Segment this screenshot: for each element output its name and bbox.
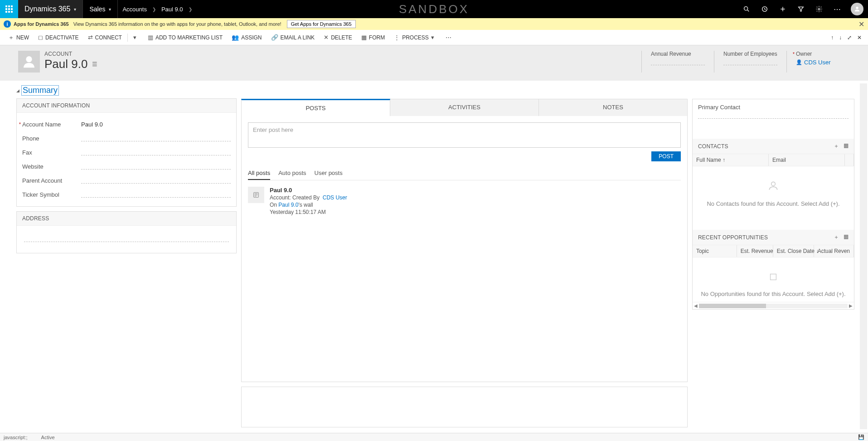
field-parent-account[interactable]: Parent Account xyxy=(22,174,231,188)
record-menu-icon[interactable]: ☰ xyxy=(92,61,97,68)
breadcrumb-record[interactable]: Paul 9.0 xyxy=(157,6,188,13)
recent-icon[interactable] xyxy=(756,0,774,18)
chevron-down-icon: ▾ xyxy=(431,34,434,41)
svg-point-7 xyxy=(856,7,858,9)
post-type-icon xyxy=(248,187,264,203)
empty-card xyxy=(241,387,688,427)
grid-view-button[interactable]: ▦ xyxy=(844,233,849,241)
assign-button[interactable]: 👥ASSIGN xyxy=(227,30,266,45)
settings-icon[interactable] xyxy=(810,0,828,18)
scroll-right-icon[interactable]: ▶ xyxy=(848,303,854,308)
header-field-owner[interactable]: *Owner 👤CDS User xyxy=(786,51,859,73)
filter-user-posts[interactable]: User posts xyxy=(315,168,343,180)
close-record-button[interactable]: ✕ xyxy=(854,34,864,41)
nav-up-button[interactable]: ↑ xyxy=(828,34,836,41)
form-button[interactable]: ▦FORM xyxy=(357,30,389,45)
more-icon[interactable]: ⋯ xyxy=(828,0,846,18)
activity-tabs: POSTS ACTIVITIES NOTES xyxy=(241,99,688,116)
get-apps-button[interactable]: Get Apps for Dynamics 365 xyxy=(287,20,356,28)
arrow-up-icon: ↑ xyxy=(831,34,834,41)
empty-value[interactable] xyxy=(24,237,229,242)
owner-value[interactable]: CDS User xyxy=(804,59,831,66)
svg-rect-14 xyxy=(771,274,776,280)
close-icon[interactable]: ✕ xyxy=(858,20,864,29)
filter-icon[interactable] xyxy=(792,0,810,18)
connect-dropdown[interactable]: ▾ xyxy=(129,30,143,45)
filter-all-posts[interactable]: All posts xyxy=(248,168,270,180)
user-avatar[interactable] xyxy=(851,3,863,15)
empty-value xyxy=(81,192,231,198)
connect-icon: ⇄ xyxy=(88,34,93,41)
vertical-scrollbar[interactable] xyxy=(860,83,867,429)
process-button[interactable]: ⋮PROCESS▾ xyxy=(389,30,441,45)
col-topic[interactable]: Topic xyxy=(693,245,737,257)
delete-button[interactable]: ✕DELETE xyxy=(319,30,357,45)
field-phone[interactable]: Phone xyxy=(22,131,231,145)
entity-image[interactable] xyxy=(18,51,40,73)
search-icon[interactable] xyxy=(737,0,756,18)
empty-value xyxy=(723,59,777,65)
created-by-link[interactable]: CDS User xyxy=(323,194,347,201)
scroll-left-icon[interactable]: ◀ xyxy=(693,303,699,308)
more-icon: ⋯ xyxy=(446,34,451,41)
annual-revenue-label: Annual Revenue xyxy=(651,51,705,57)
new-button[interactable]: ＋NEW xyxy=(4,30,34,45)
primary-contact-card: Primary Contact CONTACTS ＋ ▦ Full Name ↑… xyxy=(692,99,854,310)
header-field-employees[interactable]: Number of Employees xyxy=(714,51,786,73)
post-title[interactable]: Paul 9.0 xyxy=(270,187,347,194)
overflow-button[interactable]: ⋯ xyxy=(441,30,458,45)
wall-link[interactable]: Paul 9.0 xyxy=(278,202,298,208)
add-marketing-button[interactable]: ▥ADD TO MARKETING LIST xyxy=(143,30,227,45)
filter-auto-posts[interactable]: Auto posts xyxy=(278,168,306,180)
summary-section-header[interactable]: ◢ Summary xyxy=(16,83,237,98)
field-ticker[interactable]: Ticker Symbol xyxy=(22,188,231,202)
separator xyxy=(127,34,128,42)
deactivate-button[interactable]: ◻DEACTIVATE xyxy=(34,30,83,45)
tab-activities[interactable]: ACTIVITIES xyxy=(390,99,539,116)
popout-button[interactable]: ⤢ xyxy=(844,34,854,41)
contacts-columns: Full Name ↑ Email xyxy=(693,154,854,166)
tab-posts[interactable]: POSTS xyxy=(241,99,390,116)
add-icon[interactable] xyxy=(774,0,792,18)
nav-down-button[interactable]: ↓ xyxy=(836,34,844,41)
add-opportunity-button[interactable]: ＋ xyxy=(834,233,839,241)
empty-value[interactable] xyxy=(698,113,849,119)
field-account-name[interactable]: *Account Name Paul 9.0 xyxy=(22,117,231,131)
num-employees-label: Number of Employees xyxy=(723,51,777,57)
opportunity-icon xyxy=(697,271,849,285)
email-link-button[interactable]: 🔗EMAIL A LINK xyxy=(267,30,320,45)
plus-icon: ＋ xyxy=(8,34,14,42)
deactivate-icon: ◻ xyxy=(38,34,43,41)
post-time: Yesterday 11:50:17 AM xyxy=(270,209,347,215)
col-full-name[interactable]: Full Name ↑ xyxy=(693,154,769,166)
user-icon: 👤 xyxy=(796,59,802,65)
field-fax[interactable]: Fax xyxy=(22,145,231,160)
top-nav: Dynamics 365▾ Sales▾ Accounts ❯ Paul 9.0… xyxy=(0,0,868,18)
assign-icon: 👥 xyxy=(232,34,239,41)
svg-point-6 xyxy=(818,8,820,10)
field-website[interactable]: Website xyxy=(22,160,231,174)
collapse-icon: ◢ xyxy=(16,88,19,93)
col-actual-revenue[interactable]: Actual Reven xyxy=(814,245,854,257)
add-contact-button[interactable]: ＋ xyxy=(834,142,839,150)
link-icon: 🔗 xyxy=(271,34,278,41)
infobar-title: Apps for Dynamics 365 xyxy=(14,21,69,27)
breadcrumb-accounts[interactable]: Accounts xyxy=(118,6,151,13)
info-icon: i xyxy=(4,20,11,28)
svg-point-13 xyxy=(771,182,776,186)
col-email[interactable]: Email xyxy=(769,154,845,166)
post-input[interactable]: Enter post here xyxy=(248,122,681,148)
header-field-revenue[interactable]: Annual Revenue xyxy=(641,51,714,73)
account-name-value: Paul 9.0 xyxy=(81,121,231,128)
connect-button[interactable]: ⇄CONNECT xyxy=(83,30,126,45)
horizontal-scrollbar[interactable]: ◀ ▶ xyxy=(693,302,854,309)
post-button[interactable]: POST xyxy=(651,151,681,161)
area-dropdown[interactable]: Sales▾ xyxy=(83,0,118,18)
waffle-icon xyxy=(5,5,13,13)
app-launcher-button[interactable] xyxy=(0,0,18,18)
tab-notes[interactable]: NOTES xyxy=(539,99,688,116)
col-est-revenue[interactable]: Est. Revenue xyxy=(737,245,773,257)
brand-dropdown[interactable]: Dynamics 365▾ xyxy=(18,0,83,18)
col-est-close[interactable]: Est. Close Date ↓ xyxy=(773,245,814,257)
grid-view-button[interactable]: ▦ xyxy=(844,142,849,150)
